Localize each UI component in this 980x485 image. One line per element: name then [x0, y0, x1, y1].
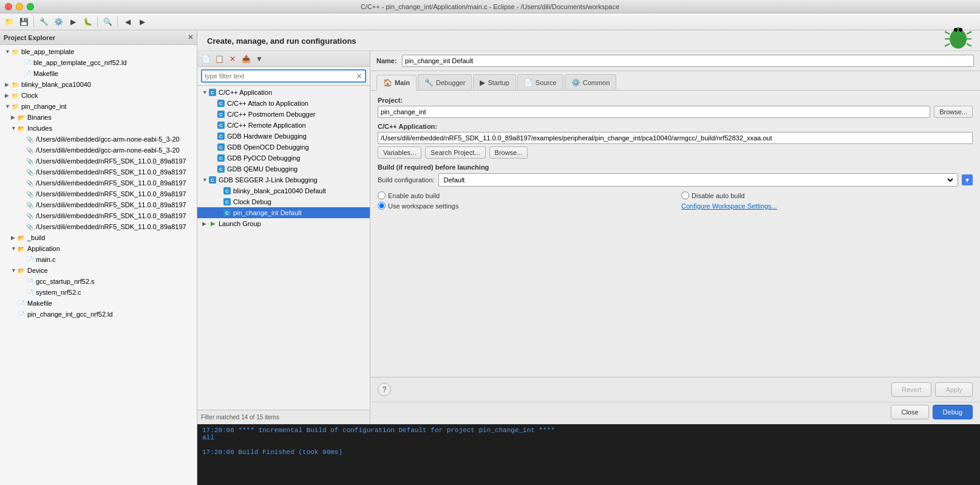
- config-item-cpp-postmortem[interactable]: C C/C++ Postmortem Debugger: [197, 109, 370, 120]
- config-item-clock-debug[interactable]: C Clock Debug: [197, 196, 370, 207]
- inc-icon-3: 📎: [26, 157, 34, 165]
- duplicate-config-button[interactable]: 📋: [213, 53, 225, 65]
- radio-enable-auto-input[interactable]: [378, 191, 386, 199]
- toolbar-btn-debug[interactable]: 🐛: [81, 15, 94, 29]
- toolbar-btn-run[interactable]: ▶: [66, 15, 80, 29]
- toolbar-btn-next[interactable]: ▶: [135, 15, 149, 29]
- config-item-gdb-qemu[interactable]: C GDB QEMU Debugging: [197, 163, 370, 174]
- tree-item-pin-ld[interactable]: 📄 pin_change_int_gcc_nrf52.ld: [0, 309, 197, 320]
- filter-clear-button[interactable]: ✕: [356, 72, 362, 80]
- export-config-button[interactable]: 📤: [240, 53, 252, 65]
- svg-point-2: [954, 28, 958, 32]
- tree-item-application[interactable]: ▼ 📂 Application: [0, 243, 197, 254]
- console-line-1: 17:20:06 **** Incremental Build of confi…: [202, 427, 975, 434]
- toolbar-btn-prev[interactable]: ◀: [121, 15, 134, 29]
- tab-source[interactable]: 📄 Source: [517, 74, 563, 90]
- build-config-dropdown-arrow[interactable]: ▼: [962, 174, 973, 185]
- toolbar-sep-3: [117, 16, 118, 27]
- config-item-cpp-remote[interactable]: C C/C++ Remote Application: [197, 120, 370, 131]
- project-tree[interactable]: ▼ 📁 ble_app_template 📄 ble_app_template_…: [0, 45, 197, 485]
- close-window-button[interactable]: [5, 3, 12, 10]
- arrow-clock: ▶: [5, 92, 11, 98]
- variables-button[interactable]: Variables...: [378, 146, 421, 159]
- tab-startup[interactable]: ▶ Startup: [473, 74, 516, 90]
- config-item-blinky-blank[interactable]: C blinky_blank_pca10040 Default: [197, 185, 370, 196]
- config-item-gdb-openocd[interactable]: C GDB OpenOCD Debugging: [197, 142, 370, 153]
- tree-item-ble-ld[interactable]: 📄 ble_app_template_gcc_nrf52.ld: [0, 57, 197, 68]
- tree-item-device[interactable]: ▼ 📂 Device: [0, 265, 197, 276]
- tree-item-mainc[interactable]: 📄 main.c: [0, 254, 197, 265]
- minimize-window-button[interactable]: [16, 3, 23, 10]
- radio-use-workspace-input[interactable]: [378, 202, 386, 210]
- tree-item-system-nrf52[interactable]: 📄 system_nrf52.c: [0, 287, 197, 298]
- tree-item-gcc-startup[interactable]: 📄 gcc_startup_nrf52.s: [0, 276, 197, 287]
- tree-item-includes[interactable]: ▼ 📂 Includes: [0, 123, 197, 134]
- tree-item-inc9[interactable]: 📎 /Users/dili/embedded/nRF5_SDK_11.0.0_8…: [0, 221, 197, 232]
- tree-item-inc2[interactable]: 📎 /Users/dili/embedded/gcc-arm-none-eabi…: [0, 145, 197, 156]
- config-label-pin-change-default: pin_change_int Default: [233, 209, 302, 216]
- config-dropdown-button[interactable]: ▼: [253, 53, 265, 65]
- project-explorer-header: Project Explorer ✕: [0, 30, 197, 45]
- toolbar-btn-new[interactable]: 📁: [2, 15, 16, 29]
- tree-item-build[interactable]: ▶ 📂 _build: [0, 232, 197, 243]
- close-button[interactable]: Close: [891, 405, 928, 419]
- toolbar-btn-build[interactable]: 🔧: [37, 15, 50, 29]
- project-explorer-close[interactable]: ✕: [188, 33, 193, 41]
- config-item-gdb-pyocd[interactable]: C GDB PyOCD Debugging: [197, 153, 370, 163]
- tree-item-inc1[interactable]: 📎 /Users/dili/embedded/gcc-arm-none-eabi…: [0, 134, 197, 145]
- tree-item-blinky[interactable]: ▶ 📁 blinky_blank_pca10040: [0, 79, 197, 90]
- radio-enable-auto[interactable]: Enable auto build: [378, 191, 669, 199]
- config-item-cpp-app-group[interactable]: ▼ C C/C++ Application: [197, 87, 370, 98]
- tree-item-inc4[interactable]: 📎 /Users/dili/embedded/nRF5_SDK_11.0.0_8…: [0, 167, 197, 177]
- tree-item-clock[interactable]: ▶ 📁 Clock: [0, 90, 197, 101]
- delete-config-button[interactable]: ✕: [226, 53, 239, 65]
- config-item-pin-change-default[interactable]: C pin_change_int Default: [197, 207, 370, 218]
- config-name-input[interactable]: [402, 55, 974, 67]
- tree-item-inc7[interactable]: 📎 /Users/dili/embedded/nRF5_SDK_11.0.0_8…: [0, 199, 197, 210]
- config-item-launch-group[interactable]: ▶ ▶ Launch Group: [197, 218, 370, 229]
- build-config-dropdown[interactable]: Default Debug Release: [438, 173, 958, 187]
- filter-input[interactable]: [205, 72, 356, 80]
- tab-main[interactable]: 🏠 Main: [376, 75, 417, 91]
- revert-button[interactable]: Revert: [891, 382, 931, 397]
- configure-workspace-link[interactable]: Configure Workspace Settings...: [681, 202, 777, 210]
- config-item-cpp-attach[interactable]: C C/C++ Attach to Application: [197, 98, 370, 109]
- tree-item-inc8[interactable]: 📎 /Users/dili/embedded/nRF5_SDK_11.0.0_8…: [0, 210, 197, 221]
- tree-item-makefile2[interactable]: 📄 Makefile: [0, 298, 197, 309]
- toolbar-btn-save[interactable]: 💾: [17, 15, 30, 29]
- radio-use-workspace[interactable]: Use workspace settings: [378, 202, 669, 210]
- cpp-app-browse-button[interactable]: Browse...: [489, 146, 528, 159]
- tree-item-inc3[interactable]: 📎 /Users/dili/embedded/nRF5_SDK_11.0.0_8…: [0, 156, 197, 167]
- project-input[interactable]: [378, 106, 930, 118]
- tree-item-pin-change[interactable]: ▼ 📁 pin_change_int: [0, 101, 197, 112]
- config-tree[interactable]: ▼ C C/C++ Application C: [197, 86, 370, 410]
- maximize-window-button[interactable]: [27, 3, 34, 10]
- config-group-icon-cpp: C: [208, 88, 217, 97]
- tree-item-ble-app-template[interactable]: ▼ 📁 ble_app_template: [0, 46, 197, 57]
- new-config-button[interactable]: 📄: [200, 53, 212, 65]
- tree-item-inc6[interactable]: 📎 /Users/dili/embedded/nRF5_SDK_11.0.0_8…: [0, 188, 197, 199]
- radio-disable-auto-input[interactable]: [681, 191, 689, 199]
- radio-disable-auto[interactable]: Disable auto build: [681, 191, 973, 199]
- tree-item-makefile1[interactable]: 📄 Makefile: [0, 68, 197, 79]
- project-browse-button[interactable]: Browse...: [934, 106, 973, 118]
- debug-button[interactable]: Debug: [933, 405, 973, 419]
- tree-item-binaries[interactable]: ▶ 📂 Binaries: [0, 112, 197, 123]
- tab-common[interactable]: ⚙️ Common: [565, 74, 617, 90]
- radio-group: Enable auto build Disable auto build Use…: [378, 191, 973, 210]
- help-button[interactable]: ?: [378, 383, 391, 396]
- toolbar-btn-settings[interactable]: ⚙️: [52, 15, 65, 29]
- title-bar: C/C++ - pin_change_int/Application/main.…: [0, 0, 980, 13]
- build-config-select[interactable]: Default Debug Release: [441, 176, 955, 184]
- cpp-app-input[interactable]: [378, 132, 973, 144]
- inc-icon-2: 📎: [26, 146, 34, 154]
- config-item-gdb-hardware[interactable]: C GDB Hardware Debugging: [197, 131, 370, 142]
- config-item-gdb-segger[interactable]: ▼ C GDB SEGGER J-Link Debugging: [197, 174, 370, 185]
- toolbar-btn-search[interactable]: 🔍: [101, 15, 114, 29]
- config-icon-launch-group: ▶: [208, 219, 217, 228]
- tab-debugger[interactable]: 🔧 Debugger: [418, 74, 472, 90]
- apply-button[interactable]: Apply: [935, 382, 973, 397]
- tree-item-inc5[interactable]: 📎 /Users/dili/embedded/nRF5_SDK_11.0.0_8…: [0, 177, 197, 188]
- config-icon-cpp-postmortem: C: [217, 110, 225, 119]
- search-project-button[interactable]: Search Project...: [425, 146, 485, 159]
